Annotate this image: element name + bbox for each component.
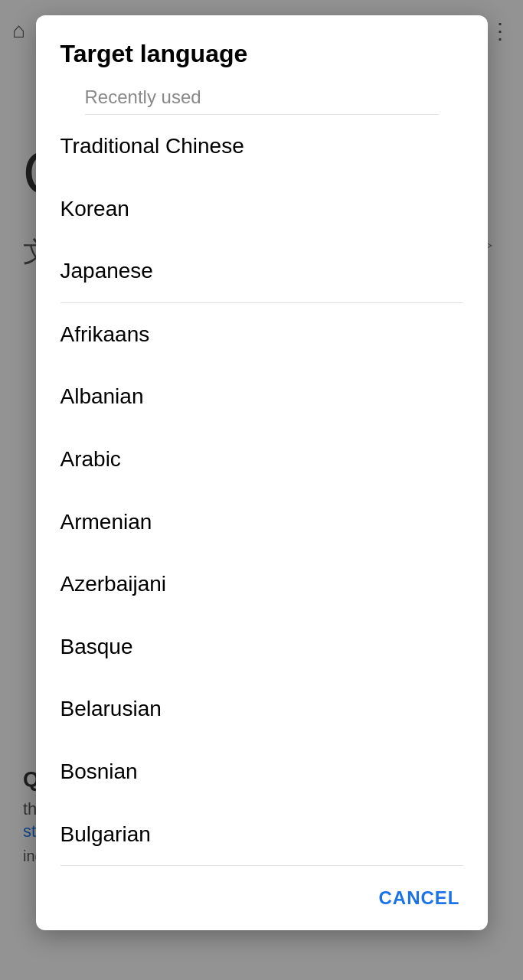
language-item-japanese[interactable]: Japanese bbox=[36, 240, 488, 302]
dialog-body[interactable]: Traditional Chinese Korean Japanese Afri… bbox=[36, 115, 488, 865]
cancel-button[interactable]: CANCEL bbox=[376, 881, 463, 915]
dialog-backdrop: Target language Recently used Traditiona… bbox=[0, 0, 523, 980]
language-item-armenian[interactable]: Armenian bbox=[36, 491, 488, 554]
language-item-afrikaans[interactable]: Afrikaans bbox=[36, 303, 488, 366]
dialog-header: Target language Recently used bbox=[36, 15, 488, 115]
language-item-traditional-chinese[interactable]: Traditional Chinese bbox=[36, 115, 488, 178]
language-item-albanian[interactable]: Albanian bbox=[36, 365, 488, 428]
language-item-bulgarian[interactable]: Bulgarian bbox=[36, 803, 488, 866]
language-item-bosnian[interactable]: Bosnian bbox=[36, 740, 488, 803]
language-item-basque[interactable]: Basque bbox=[36, 616, 488, 678]
target-language-dialog: Target language Recently used Traditiona… bbox=[36, 15, 488, 930]
dialog-footer: CANCEL bbox=[36, 866, 488, 930]
language-item-korean[interactable]: Korean bbox=[36, 178, 488, 240]
language-item-arabic[interactable]: Arabic bbox=[36, 428, 488, 491]
dialog-title: Target language bbox=[60, 40, 463, 68]
language-item-azerbaijani[interactable]: Azerbaijani bbox=[36, 553, 488, 616]
language-item-belarusian[interactable]: Belarusian bbox=[36, 678, 488, 740]
recently-used-label: Recently used bbox=[60, 87, 463, 108]
